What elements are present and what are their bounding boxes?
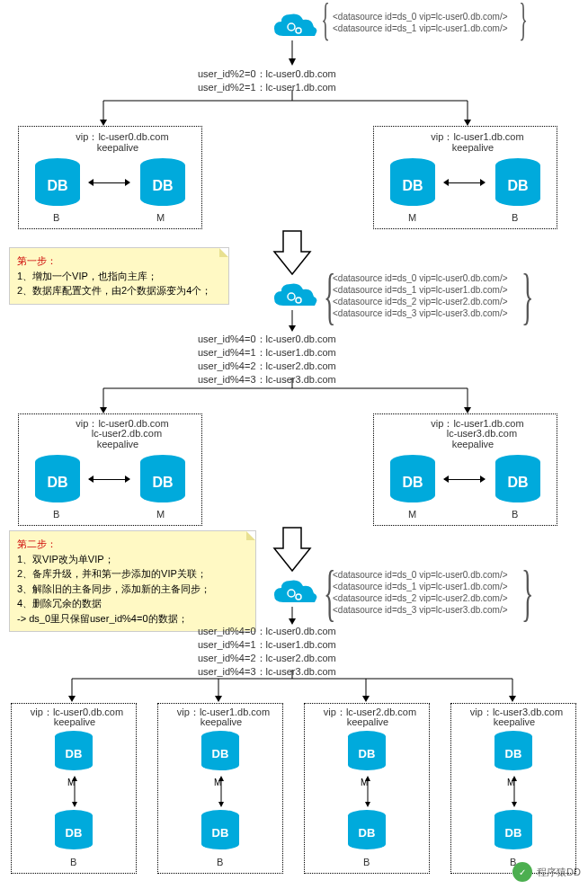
keepalive-label: keepalive [341,716,395,727]
keepalive-label: keepalive [437,439,509,449]
ds-line: <datasource id=ds_1 vip=lc-user1.db.com/… [333,22,508,34]
m-label: M [408,509,416,520]
ds-line: <datasource id=ds_1 vip=lc-user1.db.com/… [333,581,508,592]
svg-marker-36 [72,802,77,807]
keepalive-label: keepalive [82,142,154,153]
db-icon: DB [348,810,386,851]
db-icon: DB [494,731,532,772]
svg-marker-13 [289,325,296,332]
note-step1: 第一步： 1、增加一个VIP，也指向主库； 2、数据库配置文件，由2个数据源变为… [9,247,229,305]
watermark-text: 程序猿DD [537,866,581,879]
routing-line: user_id%4=0：lc-user0.db.com [198,625,396,638]
m-label: M [408,212,416,223]
brace-right-3: } [521,557,533,629]
note-title: 第一步： [17,253,221,269]
db-icon: DB [201,731,239,772]
db-group-3-0: vip：lc-user0.db.com keepalive DB M DB B [11,703,137,874]
sync-arrow [89,479,129,480]
db-icon: DB [55,731,93,772]
ds-line: <datasource id=ds_0 vip=lc-user0.db.com/… [333,272,508,284]
b-label: B [217,857,223,867]
svg-marker-35 [72,776,77,781]
svg-marker-29 [215,696,222,702]
varrow [362,776,373,807]
svg-marker-19 [464,407,471,413]
keepalive-label: keepalive [487,716,541,727]
svg-marker-41 [365,776,370,781]
svg-marker-44 [512,776,517,781]
varrow [509,776,520,807]
ds-line: <datasource id=ds_3 vip=lc-user3.db.com/… [333,307,508,319]
vip-label2: lc-user2.db.com [77,428,176,439]
note-line: 3、解除旧的主备同步，添加新的主备同步； [17,582,248,597]
db-icon: DB [201,810,239,851]
keepalive-label: keepalive [437,142,509,153]
m-label: M [156,212,165,223]
db-icon: DB [35,455,80,504]
b-label: B [53,509,59,520]
svg-marker-7 [100,120,107,126]
brace-left-1: { [321,0,330,45]
varrow [216,776,227,807]
svg-marker-23 [289,618,296,625]
keepalive-label: keepalive [48,716,102,727]
keepalive-label: keepalive [82,439,154,449]
db-icon: DB [495,455,540,504]
datasource-list-1: <datasource id=ds_0 vip=lc-user0.db.com/… [333,11,508,34]
db-icon: DB [348,731,386,772]
ds-line: <datasource id=ds_0 vip=lc-user0.db.com/… [333,11,508,22]
keepalive-label: keepalive [194,716,248,727]
note-line: 4、删除冗余的数据 [17,596,248,611]
routing-line: user_id%4=1：lc-user1.db.com [198,638,396,652]
brace-right-2: } [521,261,533,333]
db-group-1-right: vip：lc-user1.db.com keepalive DB DB M B [373,126,557,229]
db-icon: DB [494,810,532,851]
b-label: B [512,212,518,223]
db-group-3-2: vip：lc-user2.db.com keepalive DB M DB B [304,703,430,874]
varrow [69,776,80,807]
note-line: 2、备库升级，并和第一步添加的VIP关联； [17,566,248,582]
db-icon: DB [55,810,93,851]
routing-line: user_id%4=2：lc-user2.db.com [198,652,396,665]
watermark: ✓ 程序猿DD [512,862,581,882]
b-label: B [363,857,370,867]
svg-marker-33 [509,696,516,702]
ds-line: <datasource id=ds_2 vip=lc-user2.db.com/… [333,296,508,307]
svg-marker-3 [289,58,296,66]
svg-marker-42 [365,802,370,807]
m-label: M [156,509,165,520]
svg-marker-17 [100,407,107,413]
db-group-2-left: vip：lc-user0.db.com lc-user2.db.com keep… [18,413,202,526]
b-label: B [512,509,518,520]
big-arrow-down-2 [270,526,315,575]
arrow-down-3 [283,607,301,625]
ds-line: <datasource id=ds_3 vip=lc-user3.db.com/… [333,604,508,616]
vip-label2: lc-user3.db.com [432,428,531,439]
db-group-1-left: vip：lc-user0.db.com keepalive DB DB B M [18,126,202,229]
sync-arrow [89,182,129,183]
b-label: B [70,857,76,867]
note-line: 2、数据库配置文件，由2个数据源变为4个； [17,283,221,298]
svg-marker-9 [464,120,471,126]
sync-arrow [444,182,485,183]
note-step2: 第二步： 1、双VIP改为单VIP； 2、备库升级，并和第一步添加的VIP关联；… [9,530,256,632]
note-line: 1、双VIP改为单VIP； [17,552,248,567]
sharding-diagram: { <datasource id=ds_0 vip=lc-user0.db.co… [0,0,588,889]
db-group-3-1: vip：lc-user1.db.com keepalive DB M DB B [157,703,283,874]
note-line: -> ds_0里只保留user_id%4=0的数据； [17,611,248,627]
b-label: B [53,212,59,223]
svg-marker-38 [218,776,224,781]
db-icon: DB [495,158,540,208]
routing-line: user_id%4=1：lc-user1.db.com [198,346,396,360]
sync-arrow [444,479,485,480]
note-line: 1、增加一个VIP，也指向主库； [17,269,221,284]
db-icon: DB [390,455,435,504]
note-title: 第二步： [17,537,248,552]
svg-marker-39 [218,802,224,807]
db-icon: DB [390,158,435,208]
db-group-3-3: vip：lc-user3.db.com keepalive DB M DB B [450,703,576,874]
svg-marker-31 [362,696,370,702]
db-icon: DB [35,158,80,208]
ds-line: <datasource id=ds_2 vip=lc-user2.db.com/… [333,592,508,604]
svg-marker-45 [512,802,517,807]
